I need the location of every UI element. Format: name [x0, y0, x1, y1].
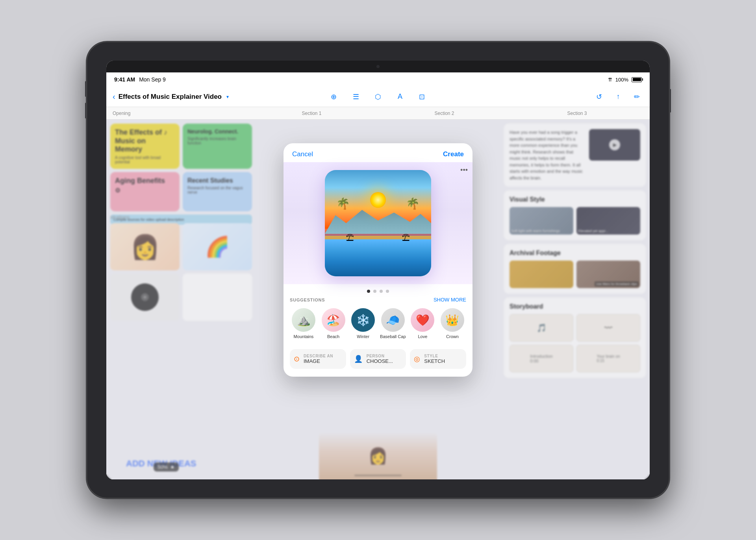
media-icon[interactable]: ⊡: [416, 91, 428, 103]
person-choose-button[interactable]: 👤 PERSON CHOOSE...: [350, 349, 406, 369]
person-icon: 👤: [354, 355, 363, 363]
suggestion-beach[interactable]: 🏖️ Beach: [320, 308, 347, 339]
main-content: The Effects of ♪ Music on Memory A cogni…: [106, 120, 650, 479]
toolbar-right: ↺ ↑ ✏: [467, 91, 643, 103]
volume-down-button: [85, 103, 87, 118]
ipad-screen: 9:41 AM Mon Sep 9 ⇈ 100% ‹ Effects of Mu…: [106, 61, 650, 479]
camera-bar: [106, 61, 650, 72]
baseball-cap-label: Baseball Cap: [380, 334, 406, 339]
modal-actions: ⊙ DESCRIBE AN IMAGE 👤 PERSON CHOOSE...: [284, 349, 472, 377]
suggestions-grid: ⛰️ Mountains 🏖️ Beach ❄️ Winter: [290, 308, 466, 339]
three-dots-icon[interactable]: •••: [460, 166, 468, 174]
back-button[interactable]: ‹: [113, 92, 115, 101]
show-more-button[interactable]: SHOW MORE: [434, 297, 466, 303]
winter-label: Winter: [357, 334, 369, 339]
ipad-frame: 9:41 AM Mon Sep 9 ⇈ 100% ‹ Effects of Mu…: [87, 42, 669, 498]
tropical-scene: 🌴 🌴 ⛱ ⛱: [325, 170, 431, 276]
palm-fronds-left: 🌴: [336, 197, 350, 210]
baseball-cap-icon: 🧢: [381, 308, 405, 332]
love-icon: ❤️: [411, 308, 434, 332]
undo-icon[interactable]: ↺: [593, 91, 606, 103]
mountains-icon: ⛰️: [292, 308, 315, 332]
suggestion-love[interactable]: ❤️ Love: [409, 308, 436, 339]
sun: [370, 192, 386, 208]
edit-icon[interactable]: ✏: [631, 91, 643, 103]
umbrella-right: ⛱: [402, 233, 410, 242]
main-toolbar: ‹ Effects of Music Explainer Video ▾ ⊕ ☰…: [106, 87, 650, 107]
style-sketch-button[interactable]: ◎ STYLE SKETCH: [410, 349, 466, 369]
umbrella-left: ⛱: [346, 233, 354, 242]
style-content: STYLE SKETCH: [424, 354, 445, 364]
winter-icon: ❄️: [351, 308, 375, 332]
dot-4[interactable]: [386, 290, 389, 293]
status-time: 9:41 AM: [114, 76, 135, 83]
mountains-label: Mountains: [294, 334, 314, 339]
describe-value: IMAGE: [304, 358, 333, 364]
create-button[interactable]: Create: [443, 150, 464, 158]
modal-overlay: Cancel Create •••: [106, 120, 650, 479]
describe-icon: ⊙: [294, 355, 300, 363]
share-icon[interactable]: ↑: [612, 91, 624, 103]
section-3: Section 3: [511, 111, 643, 116]
suggestion-mountains[interactable]: ⛰️ Mountains: [290, 308, 317, 339]
beach-icon: 🏖️: [322, 308, 345, 332]
toolbar-center: ⊕ ☰ ⬡ A ⊡: [289, 91, 466, 103]
battery-percentage: 100%: [615, 77, 628, 83]
image-generation-modal: Cancel Create •••: [284, 143, 472, 377]
palm-fronds-right: 🌴: [406, 197, 420, 210]
toolbar-left: ‹ Effects of Music Explainer Video ▾: [113, 92, 289, 101]
describe-image-button[interactable]: ⊙ DESCRIBE AN IMAGE: [290, 349, 346, 369]
pagination-dots: [284, 284, 472, 297]
style-label: STYLE: [424, 354, 445, 358]
suggestion-winter[interactable]: ❄️ Winter: [349, 308, 377, 339]
modal-image-area: ••• 🌴: [284, 162, 472, 284]
person-label: PERSON: [367, 354, 393, 358]
suggestion-crown[interactable]: 👑 Crown: [439, 308, 466, 339]
describe-label: DESCRIBE AN: [304, 354, 333, 358]
status-right: ⇈ 100%: [608, 77, 642, 83]
generated-image-preview: 🌴 🌴 ⛱ ⛱: [325, 170, 431, 276]
front-camera: [376, 65, 380, 68]
describe-content: DESCRIBE AN IMAGE: [304, 354, 333, 364]
status-bar: 9:41 AM Mon Sep 9 ⇈ 100%: [106, 72, 650, 87]
suggestions-section: SUGGESTIONS SHOW MORE ⛰️ Mountains 🏖️ Be…: [284, 297, 472, 349]
person-content: PERSON CHOOSE...: [367, 354, 393, 364]
section-headers: Opening Section 1 Section 2 Section 3: [106, 107, 650, 120]
document-title: Effects of Music Explainer Video: [119, 93, 222, 101]
section-opening: Opening: [113, 111, 245, 116]
person-value: CHOOSE...: [367, 358, 393, 364]
love-label: Love: [418, 334, 427, 339]
volume-up-button: [85, 81, 87, 97]
dot-3[interactable]: [380, 290, 383, 293]
beach-label: Beach: [327, 334, 339, 339]
power-button: [669, 89, 671, 113]
wifi-icon: ⇈: [608, 77, 612, 83]
dot-1[interactable]: [367, 290, 370, 293]
suggestion-baseball-cap[interactable]: 🧢 Baseball Cap: [379, 308, 407, 339]
cancel-button[interactable]: Cancel: [292, 150, 313, 158]
suggestions-label: SUGGESTIONS: [290, 298, 325, 302]
style-value: SKETCH: [424, 358, 445, 364]
dot-2[interactable]: [373, 290, 376, 293]
water: [325, 239, 431, 277]
battery-icon: [632, 77, 642, 82]
battery-fill: [633, 78, 641, 81]
pen-tool-icon[interactable]: ⊕: [328, 91, 340, 103]
status-date: Mon Sep 9: [139, 76, 166, 83]
crown-label: Crown: [446, 334, 459, 339]
section-1: Section 1: [245, 111, 378, 116]
title-dropdown-icon[interactable]: ▾: [226, 94, 229, 100]
shapes-icon[interactable]: ⬡: [372, 91, 384, 103]
style-icon: ◎: [414, 355, 420, 363]
suggestions-header: SUGGESTIONS SHOW MORE: [290, 297, 466, 303]
modal-header: Cancel Create: [284, 143, 472, 162]
text-icon[interactable]: A: [394, 91, 406, 103]
section-2: Section 2: [378, 111, 511, 116]
text-format-icon[interactable]: ☰: [350, 91, 362, 103]
crown-icon: 👑: [441, 308, 464, 332]
